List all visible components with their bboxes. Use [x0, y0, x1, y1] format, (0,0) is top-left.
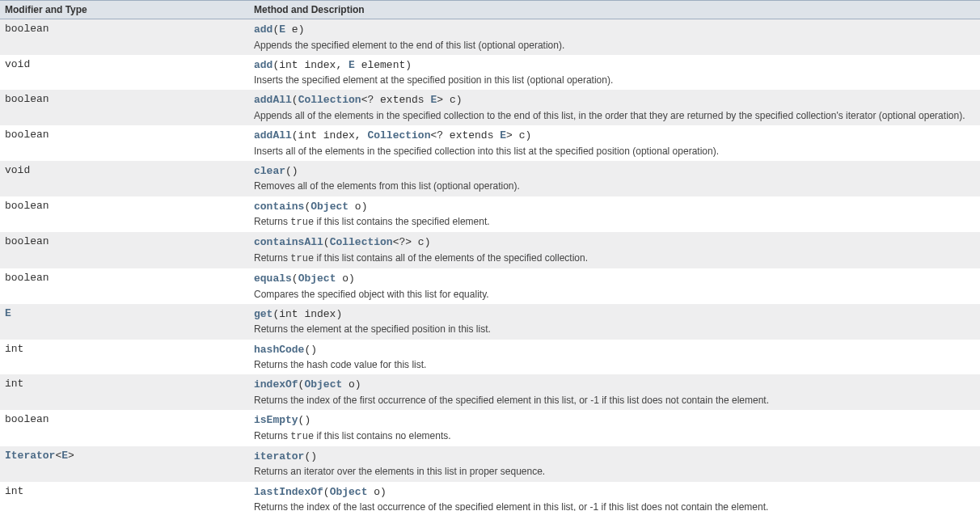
type-link[interactable]: Object [304, 378, 342, 391]
method-link[interactable]: add [254, 59, 272, 71]
type-link[interactable]: Collection [298, 94, 361, 106]
column-header-modifier: Modifier and Type [0, 1, 249, 19]
type-link[interactable]: Object [330, 486, 368, 498]
type-link[interactable]: E [61, 450, 68, 462]
method-description: Returns the index of the last occurrence… [254, 499, 975, 511]
cell-method: hashCode()Returns the hash code value fo… [249, 340, 980, 375]
cell-modifier: Iterator<E> [0, 446, 249, 482]
type-link[interactable]: E [279, 23, 285, 36]
method-description: Returns an iterator over the elements in… [254, 463, 975, 478]
cell-method: containsAll(Collection<?> c)Returns true… [249, 232, 980, 268]
method-description: Returns the element at the specified pos… [254, 321, 975, 336]
method-signature: addAll(int index, Collection<? extends E… [254, 129, 975, 143]
method-link[interactable]: addAll [254, 94, 292, 106]
table-row: intindexOf(Object o)Returns the index of… [0, 374, 980, 410]
cell-method: addAll(Collection<? extends E> c)Appends… [249, 90, 980, 125]
code-literal: true [290, 217, 314, 228]
method-signature: get(int index) [254, 307, 975, 322]
cell-method: isEmpty()Returns true if this list conta… [249, 410, 980, 446]
method-link[interactable]: add [254, 23, 272, 36]
type-link[interactable]: Collection [330, 236, 393, 248]
method-link[interactable]: iterator [254, 450, 304, 462]
method-signature: lastIndexOf(Object o) [254, 485, 975, 500]
type-link[interactable]: E [348, 59, 355, 71]
method-signature: equals(Object o) [254, 272, 975, 286]
method-link[interactable]: indexOf [254, 378, 298, 391]
method-signature: containsAll(Collection<?> c) [254, 235, 975, 250]
cell-modifier: boolean [0, 196, 249, 233]
method-signature: isEmpty() [254, 413, 975, 428]
cell-method: addAll(int index, Collection<? extends E… [249, 125, 980, 161]
method-link[interactable]: isEmpty [254, 414, 298, 426]
cell-modifier: boolean [0, 232, 249, 268]
table-row: booleanisEmpty()Returns true if this lis… [0, 410, 980, 446]
method-description: Returns true if this list contains all o… [254, 250, 975, 265]
code-literal: true [290, 431, 314, 442]
method-link[interactable]: contains [254, 201, 304, 213]
method-description: Appends the specified element to the end… [254, 37, 975, 52]
method-link[interactable]: addAll [254, 129, 292, 141]
method-description: Returns true if this list contains the s… [254, 213, 975, 229]
cell-modifier: boolean [0, 125, 249, 161]
table-row: voidclear()Removes all of the elements f… [0, 161, 980, 196]
table-row: inthashCode()Returns the hash code value… [0, 340, 980, 375]
table-row: voidadd(int index, E element)Inserts the… [0, 55, 980, 91]
table-row: Iterator<E>iterator()Returns an iterator… [0, 446, 980, 482]
type-link[interactable]: Iterator [5, 450, 55, 462]
method-signature: hashCode() [254, 343, 975, 357]
cell-modifier: boolean [0, 268, 249, 304]
method-link[interactable]: lastIndexOf [254, 486, 323, 498]
method-signature: indexOf(Object o) [254, 378, 975, 392]
cell-method: iterator()Returns an iterator over the e… [249, 446, 980, 482]
method-description: Appends all of the elements in the speci… [254, 108, 975, 122]
method-link[interactable]: get [254, 308, 272, 320]
code-literal: true [290, 253, 314, 264]
table-row: intlastIndexOf(Object o)Returns the inde… [0, 482, 980, 511]
method-signature: addAll(Collection<? extends E> c) [254, 93, 975, 108]
table-row: Eget(int index)Returns the element at th… [0, 304, 980, 340]
method-description: Returns true if this list contains no el… [254, 428, 975, 443]
table-row: booleancontains(Object o)Returns true if… [0, 196, 980, 233]
type-link[interactable]: Object [310, 201, 348, 213]
method-link[interactable]: hashCode [254, 344, 304, 356]
table-row: booleanaddAll(Collection<? extends E> c)… [0, 90, 980, 125]
cell-modifier: boolean [0, 19, 249, 55]
cell-method: lastIndexOf(Object o)Returns the index o… [249, 482, 980, 511]
method-description: Returns the hash code value for this lis… [254, 357, 975, 371]
method-rows: booleanadd(E e)Appends the specified ele… [0, 19, 980, 512]
method-signature: add(int index, E element) [254, 58, 975, 73]
type-link[interactable]: Collection [367, 129, 430, 141]
cell-modifier: boolean [0, 410, 249, 446]
cell-modifier: int [0, 374, 249, 410]
cell-method: equals(Object o)Compares the specified o… [249, 268, 980, 304]
table-row: booleanaddAll(int index, Collection<? ex… [0, 125, 980, 161]
table-row: booleancontainsAll(Collection<?> c)Retur… [0, 232, 980, 268]
cell-modifier: boolean [0, 90, 249, 125]
method-signature: iterator() [254, 450, 975, 464]
method-description: Returns the index of the first occurrenc… [254, 392, 975, 407]
type-link[interactable]: Object [298, 272, 336, 285]
cell-method: contains(Object o)Returns true if this l… [249, 196, 980, 233]
type-link[interactable]: E [500, 129, 506, 141]
cell-method: add(E e)Appends the specified element to… [249, 19, 980, 55]
cell-modifier: int [0, 482, 249, 511]
type-link[interactable]: E [430, 94, 437, 106]
table-row: booleanadd(E e)Appends the specified ele… [0, 19, 980, 55]
table-row: booleanequals(Object o)Compares the spec… [0, 268, 980, 304]
method-description: Inserts the specified element at the spe… [254, 72, 975, 87]
type-link[interactable]: E [5, 307, 11, 319]
method-signature: clear() [254, 164, 975, 179]
column-header-method: Method and Description [249, 1, 980, 19]
cell-modifier: void [0, 55, 249, 91]
method-signature: contains(Object o) [254, 200, 975, 214]
method-link[interactable]: clear [254, 165, 285, 177]
cell-method: indexOf(Object o)Returns the index of th… [249, 374, 980, 410]
method-description: Removes all of the elements from this li… [254, 178, 975, 192]
cell-modifier: void [0, 161, 249, 196]
method-description: Inserts all of the elements in the speci… [254, 143, 975, 158]
method-link[interactable]: equals [254, 272, 292, 285]
cell-method: get(int index)Returns the element at the… [249, 304, 980, 340]
method-link[interactable]: containsAll [254, 236, 323, 248]
cell-modifier: E [0, 304, 249, 340]
cell-modifier: int [0, 340, 249, 375]
